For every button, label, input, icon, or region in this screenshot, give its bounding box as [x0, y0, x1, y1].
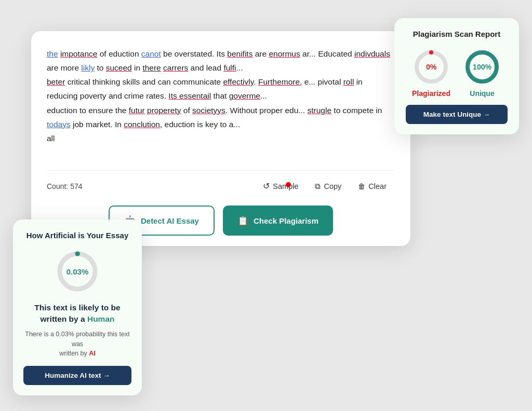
misspelled-word: carrers: [163, 63, 188, 72]
misspelled-word: goverme: [229, 91, 260, 100]
plagiarized-circle-wrap: 0% Plagiarized: [412, 48, 450, 98]
ai-verdict-line1: This text is likely to be: [34, 303, 120, 312]
misspelled-word: strugle: [307, 106, 331, 115]
copy-icon: ⧉: [315, 182, 321, 191]
trash-icon: 🗑: [358, 182, 365, 190]
ai-sub-ai-label: AI: [89, 350, 96, 357]
misspelled-word: properety: [147, 106, 181, 115]
ai-percentage: 0.03%: [66, 267, 89, 276]
ai-verdict-human: Human: [87, 314, 115, 323]
ai-verdict: This text is likely to be written by a H…: [23, 302, 131, 325]
ai-sub-text2: written by: [59, 350, 87, 357]
detect-label: Detect AI Essay: [141, 216, 199, 225]
make-unique-label: Make text Unique →: [423, 111, 490, 118]
misspelled-word: todays: [47, 120, 71, 129]
unique-donut: 100%: [463, 48, 501, 86]
unique-pct: 100%: [473, 63, 491, 71]
make-unique-button[interactable]: Make text Unique →: [406, 105, 508, 124]
misspelled-word: canot: [141, 49, 161, 58]
plagiarism-label: Check Plagiarism: [254, 216, 318, 225]
clear-label: Clear: [368, 182, 387, 190]
scan-report-title: Plagiarism Scan Report: [406, 30, 508, 38]
check-plagiarism-button[interactable]: 📋 Check Plagiarism: [223, 206, 333, 236]
misspelled-word: impotance: [60, 49, 98, 58]
misspelled-word: conclution: [124, 120, 160, 129]
misspelled-word: roll: [343, 77, 354, 86]
ai-verdict-line2: written by a: [41, 314, 85, 323]
humanize-label: Humanize AI text →: [45, 372, 110, 379]
copy-button[interactable]: ⧉ Copy: [307, 179, 350, 194]
unique-label: Unique: [470, 89, 494, 98]
red-indicator-dot: [286, 182, 291, 187]
misspelled-word: futur: [129, 106, 145, 115]
misspelled-word: indivduals: [354, 49, 390, 58]
misspelled-word: effectivly: [223, 77, 254, 86]
sample-icon: ↺: [263, 181, 270, 191]
misspelled-word: the: [47, 49, 58, 58]
word-count: Count: 574: [47, 182, 83, 190]
misspelled-word: benifits: [227, 49, 252, 58]
misspelled-word: Its essentail: [168, 91, 211, 100]
plagiarized-label: Plagiarized: [412, 89, 450, 98]
ai-circle-wrap: 0.03%: [23, 248, 131, 295]
sample-button[interactable]: ↺ Sample: [255, 178, 307, 194]
doc-icon: 📋: [237, 215, 248, 226]
misspelled-word: societyys: [192, 106, 225, 115]
clear-button[interactable]: 🗑 Clear: [350, 179, 395, 194]
ai-card-title: How Artificial is Your Essay: [23, 231, 131, 240]
misspelled-word: likly: [81, 63, 95, 72]
unique-circle-wrap: 100% Unique: [463, 48, 501, 98]
scan-circles: 0% Plagiarized 100% Unique: [406, 48, 508, 98]
copy-label: Copy: [324, 182, 341, 190]
ai-essay-card: How Artificial is Your Essay 0.03% This …: [13, 220, 142, 395]
misspelled-word: suceed: [106, 63, 132, 72]
editor-content[interactable]: the impotance of eduction canot be overs…: [47, 47, 395, 161]
humanize-button[interactable]: Humanize AI text →: [23, 366, 131, 385]
ai-sub-text: There is a 0.03% probability this text w…: [23, 330, 131, 359]
plagiarized-pct: 0%: [426, 63, 436, 71]
scan-report-card: Plagiarism Scan Report 0% Plagiarized 10…: [394, 18, 519, 134]
misspelled-word: enormus: [269, 49, 300, 58]
ai-sub-text1: There is a 0.03% probability this text w…: [25, 331, 130, 348]
misspelled-word: there: [142, 63, 161, 72]
editor-toolbar: Count: 574 ↺ Sample ⧉ Copy 🗑 Clear: [47, 170, 395, 194]
main-editor-card: the impotance of eduction canot be overs…: [31, 31, 410, 246]
misspelled-word: beter: [47, 77, 65, 86]
ai-donut: 0.03%: [54, 248, 101, 295]
misspelled-word: Furthemore: [258, 77, 300, 86]
plagiarized-donut: 0%: [412, 48, 450, 86]
misspelled-word: fulfi: [223, 63, 236, 72]
